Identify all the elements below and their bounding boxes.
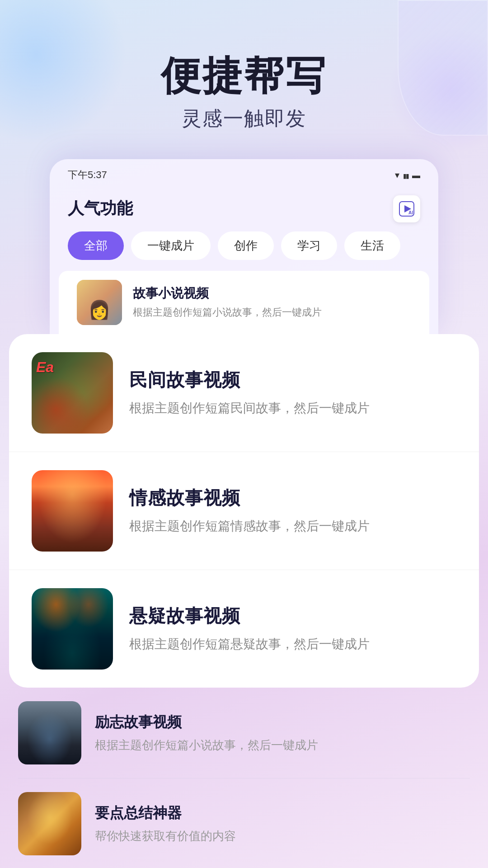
motivational-info: 励志故事视频 根据主题创作短篇小说故事，然后一键成片 [95, 712, 470, 753]
folk-story-title: 民间故事视频 [129, 368, 456, 392]
svg-text:AI: AI [408, 210, 413, 215]
summary-thumb [18, 792, 81, 855]
phone-preview-item[interactable]: 故事小说视频 根据主题创作短篇小说故事，然后一键成片 [59, 271, 429, 334]
thumb-story-novel [77, 280, 122, 325]
phone-header-title: 人气功能 [68, 198, 133, 220]
hero-section: 便捷帮写 灵感一触即发 [0, 0, 488, 132]
thumb-mystery-image [32, 588, 113, 670]
hero-subtitle: 灵感一触即发 [0, 105, 488, 132]
romance-story-thumb [32, 470, 113, 552]
summary-tool-item[interactable]: 要点总结神器 帮你快速获取有价值的内容 [18, 778, 470, 868]
mystery-story-thumb [32, 588, 113, 670]
phone-story-thumb [77, 280, 122, 325]
phone-story-info: 故事小说视频 根据主题创作短篇小说故事，然后一键成片 [133, 285, 411, 320]
phone-header: 人气功能 AI [50, 186, 438, 231]
tab-one-click[interactable]: 一键成片 [131, 231, 211, 260]
thumb-folk-image: Ea [32, 352, 113, 434]
romance-story-item[interactable]: 情感故事视频 根据主题创作短篇情感故事，然后一键成片 [9, 452, 479, 570]
mystery-story-item[interactable]: 悬疑故事视频 根据主题创作短篇悬疑故事，然后一键成片 [9, 570, 479, 688]
tab-life[interactable]: 生活 [344, 231, 400, 260]
motivational-thumb [18, 701, 81, 764]
motivational-story-item[interactable]: 励志故事视频 根据主题创作短篇小说故事，然后一键成片 [18, 688, 470, 778]
status-icons [395, 169, 420, 181]
mystery-story-desc: 根据主题创作短篇悬疑故事，然后一键成片 [129, 635, 456, 654]
mystery-story-info: 悬疑故事视频 根据主题创作短篇悬疑故事，然后一键成片 [129, 604, 456, 654]
thumb-summary-image [18, 792, 81, 855]
motivational-desc: 根据主题创作短篇小说故事，然后一键成片 [95, 737, 470, 753]
phone-mockup: 下午5:37 人气功能 AI 全部 一键成片 创作 学习 生活 故事小说视频 [50, 159, 438, 334]
summary-info: 要点总结神器 帮你快速获取有价值的内容 [95, 803, 470, 844]
folk-text-overlay: Ea [36, 359, 54, 376]
tab-study[interactable]: 学习 [281, 231, 337, 260]
status-bar: 下午5:37 [50, 159, 438, 186]
wifi-icon [395, 169, 399, 181]
signal-icon [403, 169, 408, 181]
phone-story-title: 故事小说视频 [133, 285, 411, 302]
main-content-card: Ea 民间故事视频 根据主题创作短篇民间故事，然后一键成片 情感故事视频 根据主… [9, 334, 479, 688]
folk-story-desc: 根据主题创作短篇民间故事，然后一键成片 [129, 399, 456, 418]
folk-story-thumb: Ea [32, 352, 113, 434]
mystery-story-title: 悬疑故事视频 [129, 604, 456, 628]
summary-desc: 帮你快速获取有价值的内容 [95, 828, 470, 844]
thumb-motivational-image [18, 701, 81, 764]
hero-title: 便捷帮写 [0, 54, 488, 98]
romance-story-title: 情感故事视频 [129, 486, 456, 510]
tab-create[interactable]: 创作 [218, 231, 274, 260]
tab-all[interactable]: 全部 [68, 231, 124, 260]
folk-story-item[interactable]: Ea 民间故事视频 根据主题创作短篇民间故事，然后一键成片 [9, 334, 479, 452]
battery-icon [412, 169, 420, 181]
lower-items-section: 励志故事视频 根据主题创作短篇小说故事，然后一键成片 要点总结神器 帮你快速获取… [0, 688, 488, 868]
thumb-romance-image [32, 470, 113, 552]
folk-story-info: 民间故事视频 根据主题创作短篇民间故事，然后一键成片 [129, 368, 456, 418]
summary-title: 要点总结神器 [95, 803, 470, 823]
romance-story-desc: 根据主题创作短篇情感故事，然后一键成片 [129, 517, 456, 536]
motivational-title: 励志故事视频 [95, 712, 470, 732]
romance-story-info: 情感故事视频 根据主题创作短篇情感故事，然后一键成片 [129, 486, 456, 536]
phone-story-desc: 根据主题创作短篇小说故事，然后一键成片 [133, 306, 411, 320]
ai-icon-button[interactable]: AI [393, 195, 420, 222]
filter-tabs: 全部 一键成片 创作 学习 生活 [50, 231, 438, 271]
time-display: 下午5:37 [68, 168, 107, 182]
